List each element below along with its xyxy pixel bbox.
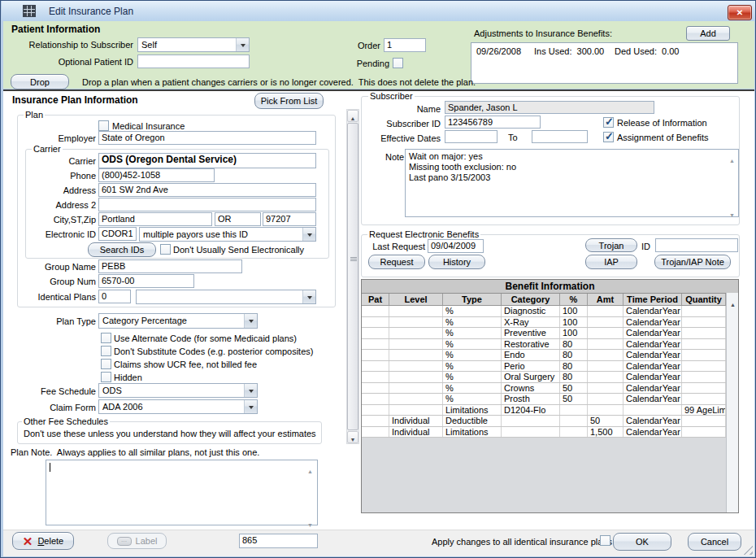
plan-type-select[interactable]: Category Percentage — [98, 313, 258, 329]
fee-schedule-label: Fee Schedule — [17, 386, 96, 397]
chevron-down-icon[interactable] — [244, 384, 257, 397]
scroll-up-icon[interactable] — [347, 110, 358, 122]
effective-to-field[interactable] — [532, 130, 588, 143]
benefit-cell: 50 — [560, 394, 588, 404]
claim-form-select[interactable]: ADA 2006 — [98, 399, 258, 414]
scrollbar-thumb[interactable] — [347, 123, 358, 430]
relationship-select[interactable]: Self — [137, 37, 250, 52]
subscriber-note-textarea[interactable]: Wait on major: yes Missing tooth exclusi… — [405, 149, 739, 217]
hidden-checkbox[interactable] — [101, 372, 111, 382]
title-bar[interactable]: Edit Insurance Plan ✕ — [2, 1, 755, 21]
optional-patient-id-field[interactable] — [137, 54, 250, 68]
identical-plans-field[interactable]: 0 — [98, 290, 131, 303]
trojan-id-field[interactable] — [655, 238, 738, 252]
dont-send-electronically-label: Don't Usually Send Electronically — [173, 245, 304, 255]
address-field[interactable]: 601 SW 2nd Ave — [98, 183, 316, 197]
phone-field[interactable]: (800)452-1058 — [98, 168, 215, 182]
benefit-row[interactable]: LimitationsD1204-Flo99 AgeLimit — [362, 405, 726, 416]
dont-send-electronically-checkbox[interactable] — [160, 244, 171, 255]
benefit-cell — [588, 306, 623, 316]
scroll-down-icon[interactable] — [347, 431, 358, 443]
carrier-field[interactable]: ODS (Oregon Dental Service) — [98, 153, 316, 168]
group-num-label: Group Num — [17, 277, 96, 287]
close-button[interactable]: ✕ — [728, 5, 752, 20]
benefit-row[interactable]: %Prosth50CalendarYear — [362, 394, 726, 405]
pending-checkbox[interactable] — [393, 58, 403, 68]
benefit-cell: % — [443, 328, 502, 338]
benefit-row[interactable]: %Restorative80CalendarYear — [362, 339, 726, 351]
subscriber-id-field[interactable]: 123456789 — [445, 116, 541, 129]
benefit-cell — [362, 405, 389, 416]
trojan-iap-note-button[interactable]: Trojan/IAP Note — [654, 255, 731, 269]
employer-field[interactable]: State of Oregon — [98, 131, 316, 145]
note-scroll-up-icon[interactable] — [729, 151, 735, 166]
table-scroll-up-icon[interactable] — [730, 295, 736, 310]
trojan-button[interactable]: Trojan — [585, 238, 637, 252]
search-ids-button[interactable]: Search IDs — [88, 242, 156, 257]
benefit-row[interactable]: %Endo80CalendarYear — [362, 350, 726, 361]
adjustments-listbox[interactable]: 09/26/2008 Ins Used: 300.00 Ded Used: 0.… — [471, 42, 738, 84]
use-alternate-code-checkbox[interactable] — [101, 333, 111, 343]
benefit-row[interactable]: IndividualLimitations1,500CalendarYear — [362, 427, 726, 438]
benefit-cell — [389, 339, 443, 350]
state-field[interactable]: OR — [215, 212, 261, 226]
effective-from-field[interactable] — [445, 130, 497, 143]
benefit-row[interactable]: IndividualDeductible50CalendarYear — [362, 416, 726, 427]
benefit-row[interactable]: %Preventive100CalendarYear — [362, 328, 726, 339]
cancel-button[interactable]: Cancel — [688, 533, 741, 551]
benefit-row[interactable]: %Crowns50CalendarYear — [362, 383, 726, 395]
note-scroll-down-icon[interactable] — [729, 206, 735, 220]
request-button[interactable]: Request — [368, 255, 425, 269]
identical-plans-select[interactable] — [136, 290, 316, 304]
order-field[interactable]: 1 — [384, 38, 426, 52]
adjustment-ins-used[interactable]: Ins Used: 300.00 — [534, 46, 604, 57]
adjustment-date[interactable]: 09/26/2008 — [476, 46, 521, 57]
benefit-row[interactable]: %Diagnostic100CalendarYear — [362, 306, 726, 317]
dont-substitute-codes-label: Don't Substitute Codes (e.g. posterior c… — [114, 347, 313, 357]
release-of-information-checkbox[interactable] — [603, 117, 614, 128]
subscriber-note-label: Note — [385, 152, 404, 163]
ok-button[interactable]: OK — [613, 533, 671, 551]
claims-ucr-fee-checkbox[interactable] — [101, 359, 111, 369]
pick-from-list-button[interactable]: Pick From List — [254, 93, 324, 109]
chevron-down-icon[interactable] — [302, 290, 315, 303]
chevron-down-icon[interactable] — [244, 400, 257, 413]
benefit-table-scrollbar[interactable] — [726, 293, 738, 512]
electronic-id-field[interactable]: CDOR1 — [98, 227, 137, 241]
benefit-row[interactable]: %Oral Surgery80CalendarYear — [362, 372, 726, 383]
address2-field[interactable] — [98, 198, 316, 211]
left-panel-scrollbar[interactable] — [346, 109, 359, 444]
iap-button[interactable]: IAP — [585, 255, 637, 269]
benefit-row[interactable]: %Perio80CalendarYear — [362, 361, 726, 373]
group-name-field[interactable]: PEBB — [98, 259, 242, 273]
medical-insurance-checkbox[interactable] — [98, 120, 109, 131]
label-button-label: Label — [136, 536, 158, 546]
assignment-of-benefits-checkbox[interactable] — [603, 132, 614, 142]
hidden-label: Hidden — [114, 373, 142, 383]
fee-schedule-select[interactable]: ODS — [98, 383, 258, 398]
delete-button[interactable]: Delete — [12, 532, 74, 550]
zip-field[interactable]: 97207 — [263, 212, 316, 226]
chevron-down-icon[interactable] — [244, 314, 257, 328]
dont-substitute-codes-checkbox[interactable] — [101, 346, 111, 356]
last-request-field[interactable]: 09/04/2009 — [428, 239, 484, 253]
apply-all-checkbox[interactable] — [600, 535, 610, 546]
adjustment-ded-used[interactable]: Ded Used: 0.00 — [615, 46, 680, 57]
chevron-down-icon[interactable] — [236, 38, 249, 51]
drop-button[interactable]: Drop — [11, 74, 69, 89]
city-field[interactable]: Portland — [98, 212, 212, 226]
add-adjustment-button[interactable]: Add — [686, 26, 730, 41]
plan-note-scroll-up-icon[interactable] — [307, 462, 313, 477]
plan-type-value: Category Percentage — [99, 314, 244, 328]
plan-note-scroll-down-icon[interactable] — [307, 516, 313, 530]
plan-number-field[interactable]: 865 — [239, 534, 318, 548]
benefit-cell: 50 — [588, 416, 623, 426]
group-num-field[interactable]: 6570-00 — [98, 274, 194, 288]
payor-id-select[interactable]: multiple payors use this ID — [139, 227, 316, 242]
history-button[interactable]: History — [428, 255, 485, 269]
chevron-down-icon[interactable] — [302, 228, 315, 241]
benefit-row[interactable]: %X-Ray100CalendarYear — [362, 317, 726, 329]
benefit-cell: Perio — [502, 361, 560, 372]
benefit-cell: % — [443, 394, 502, 404]
plan-note-textarea[interactable] — [46, 460, 318, 525]
